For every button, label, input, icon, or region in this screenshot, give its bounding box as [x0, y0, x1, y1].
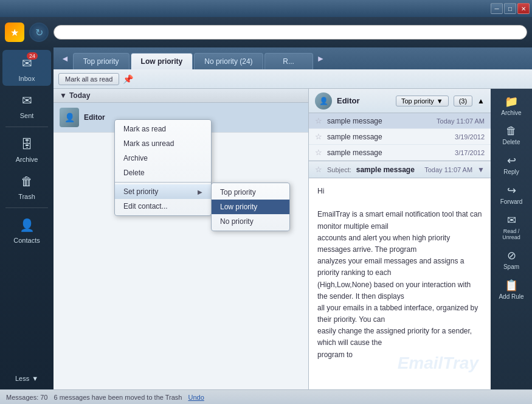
star-icon-1[interactable]: ☆: [315, 116, 322, 125]
mark-all-read-button[interactable]: Mark all as read: [58, 73, 119, 85]
message-sender: Editor: [84, 113, 105, 122]
action-reply[interactable]: ↩ Reply: [492, 150, 531, 179]
sidebar-divider-1: [5, 127, 48, 127]
contact-name: Editor: [337, 96, 391, 105]
refresh-icon: ↻: [35, 27, 43, 38]
sidebar-item-inbox[interactable]: ✉ 24 Inbox: [2, 50, 51, 86]
action-sidebar: 📁 Archive 🗑 Delete ↩ Reply ↪ Forward ✉: [491, 89, 532, 389]
contact-bar: 👤 Editor Top priority ▼ (3) ▲: [309, 89, 491, 113]
title-bar: ─ □ ✕: [0, 0, 532, 17]
app-header: ★ ↻: [0, 17, 532, 47]
less-label: Less: [15, 375, 29, 382]
email-star-icon[interactable]: ☆: [315, 165, 322, 174]
add-rule-action-label: Add Rule: [499, 293, 523, 300]
expand-icon[interactable]: ▲: [477, 97, 485, 105]
ctx-set-priority[interactable]: Set priority ▶ Top priority Low priority: [115, 184, 211, 199]
archive-icon: 🗄: [21, 138, 33, 152]
email-body-text: EmailTray is a smart email notification …: [317, 209, 482, 360]
email-expand-icon[interactable]: ▼: [477, 165, 485, 174]
chevron-down-icon: ▼: [32, 375, 38, 382]
ctx-edit-contact[interactable]: Edit contact...: [115, 199, 211, 214]
contacts-icon-container: 👤: [17, 215, 36, 235]
msg-date-1: Today 11:07 AM: [437, 117, 485, 125]
ctx-mark-unread[interactable]: Mark as unread: [115, 136, 211, 151]
email-subject-label: Subject:: [327, 166, 351, 173]
ctx-delete[interactable]: Delete: [115, 165, 211, 180]
tab-left-arrow[interactable]: ◄: [58, 51, 72, 66]
messages-count: Messages: 70: [6, 394, 47, 401]
ctx-low-priority[interactable]: Low priority: [212, 200, 289, 214]
right-msg-row-3[interactable]: ☆ sample message 3/17/2012: [309, 145, 491, 161]
msg-subject-1: sample message: [327, 117, 432, 125]
group-header-label: Today: [69, 91, 90, 100]
group-header-today: ▼ Today: [54, 89, 308, 103]
tab-top-priority[interactable]: Top priority: [73, 53, 130, 69]
email-view-container: 👤 Editor Top priority ▼ (3) ▲ ☆: [309, 89, 491, 389]
refresh-button[interactable]: ↻: [29, 23, 49, 42]
logo-icon: ★: [10, 27, 19, 38]
priority-dropdown-icon: ▼: [437, 97, 443, 105]
pin-icon[interactable]: 📌: [123, 74, 133, 84]
ctx-set-priority-label: Set priority: [123, 187, 158, 196]
archive-action-icon: 📁: [505, 95, 518, 108]
email-greeting: Hi: [317, 186, 482, 197]
action-forward[interactable]: ↪ Forward: [492, 180, 531, 209]
email-subject-text: sample message: [356, 165, 420, 174]
reply-action-icon: ↩: [507, 154, 516, 167]
maximize-button[interactable]: □: [504, 3, 516, 14]
undo-button[interactable]: Undo: [188, 394, 204, 401]
action-delete[interactable]: 🗑 Delete: [492, 121, 531, 149]
tab-no-priority[interactable]: No priority (24): [194, 53, 263, 69]
archive-icon-container: 🗄: [17, 134, 36, 154]
contact-avatar-icon: 👤: [319, 97, 328, 105]
trash-notice: 6 messages have been moved to the Trash: [54, 394, 182, 401]
avatar-icon: 👤: [64, 113, 75, 122]
inbox-icon-container: ✉ 24: [17, 54, 36, 73]
close-button[interactable]: ✕: [517, 3, 530, 14]
tab-low-priority[interactable]: Low priority: [131, 53, 193, 69]
msg-date-3: 3/17/2012: [455, 149, 485, 156]
message-count-badge: (3): [454, 96, 472, 106]
email-header-bar: ☆ Subject: sample message Today 11:07 AM…: [309, 161, 491, 178]
search-input[interactable]: [54, 25, 527, 40]
sent-icon: ✉: [22, 93, 32, 108]
right-msg-row-2[interactable]: ☆ sample message 3/19/2012: [309, 129, 491, 145]
ctx-mark-read[interactable]: Mark as read: [115, 122, 211, 136]
tab-r[interactable]: R...: [264, 53, 313, 69]
star-icon-3[interactable]: ☆: [315, 148, 322, 157]
priority-badge[interactable]: Top priority ▼: [396, 96, 449, 106]
minimize-button[interactable]: ─: [491, 3, 503, 14]
trash-icon: 🗑: [21, 175, 33, 189]
sidebar-item-sent[interactable]: ✉ Sent: [2, 87, 51, 123]
ctx-top-priority[interactable]: Top priority: [212, 185, 289, 200]
archive-label: Archive: [16, 156, 38, 163]
forward-action-label: Forward: [500, 198, 523, 205]
action-add-rule[interactable]: 📋 Add Rule: [492, 275, 531, 304]
tab-right-arrow[interactable]: ►: [314, 51, 328, 66]
msg-subject-3: sample message: [327, 148, 450, 157]
ctx-edit-contact-label: Edit contact...: [123, 202, 168, 211]
right-message-list: ☆ sample message Today 11:07 AM ☆ sample…: [309, 113, 491, 161]
action-read-unread[interactable]: ✉ Read / Unread: [492, 210, 531, 244]
sidebar-less-button[interactable]: Less ▼: [2, 372, 51, 385]
sidebar-item-contacts[interactable]: 👤 Contacts: [2, 212, 51, 248]
msg-date-2: 3/19/2012: [455, 133, 485, 141]
spam-action-icon: ⊘: [507, 249, 516, 262]
ctx-low-priority-label: Low priority: [220, 203, 257, 211]
action-spam[interactable]: ⊘ Spam: [492, 245, 531, 274]
sidebar-item-trash[interactable]: 🗑 Trash: [2, 168, 51, 204]
ctx-mark-unread-label: Mark as unread: [123, 139, 174, 148]
sidebar-item-archive[interactable]: 🗄 Archive: [2, 131, 51, 167]
main-layout: ✉ 24 Inbox ✉ Sent 🗄 Archive 🗑 Trash: [0, 47, 532, 389]
ctx-no-priority[interactable]: No priority: [212, 214, 289, 229]
spam-action-label: Spam: [503, 263, 519, 270]
inbox-badge: 24: [27, 52, 38, 60]
reply-action-label: Reply: [503, 169, 519, 175]
ctx-separator: [115, 182, 211, 183]
star-icon-2[interactable]: ☆: [315, 132, 322, 141]
ctx-archive[interactable]: Archive: [115, 151, 211, 165]
right-msg-row-1[interactable]: ☆ sample message Today 11:07 AM: [309, 113, 491, 129]
action-archive[interactable]: 📁 Archive: [492, 91, 531, 120]
ctx-delete-label: Delete: [123, 169, 145, 177]
priority-label: Top priority: [401, 97, 434, 105]
